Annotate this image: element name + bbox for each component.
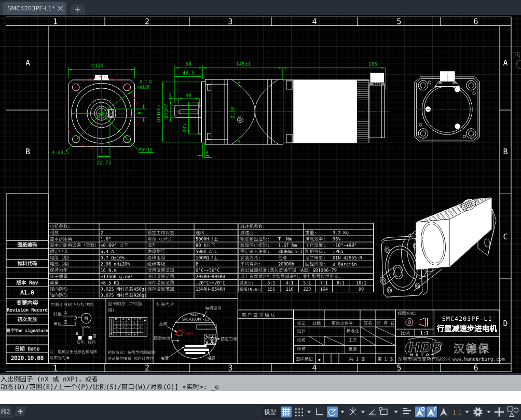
text-excitation-box-steps-2-1: [123, 331, 124, 331]
ortho-button[interactable]: [313, 407, 324, 417]
rear-connector: [441, 72, 455, 82]
text-excitation-box-steps-3-4: [140, 335, 141, 335]
text-excitation-box-steps-2-3: [134, 331, 135, 331]
tab-active[interactable]: [3, 2, 66, 15]
side-connector: [371, 73, 384, 83]
text-excitation-box-steps-1-2: [129, 327, 130, 328]
status-bar: [0, 404, 521, 420]
text-excitation-box-steps-1-3: [134, 327, 135, 328]
text-approval-mark-value: [319, 359, 321, 361]
text-excitation-box-steps-0-2: [129, 323, 130, 324]
text-excitation-box-steps-3-1: [123, 335, 124, 335]
snap-mode-icon: [295, 409, 303, 416]
application-window: [0, 0, 521, 420]
text-excitation-box-steps-0-4: [140, 323, 141, 324]
side-motor-body: [294, 80, 357, 143]
file-tab-bar: [0, 0, 521, 15]
command-input[interactable]: [0, 391, 521, 404]
command-history: [0, 375, 521, 391]
annotation-monitor-button[interactable]: [367, 407, 378, 417]
grid-major: [0, 15, 521, 373]
command-window: [0, 373, 521, 404]
